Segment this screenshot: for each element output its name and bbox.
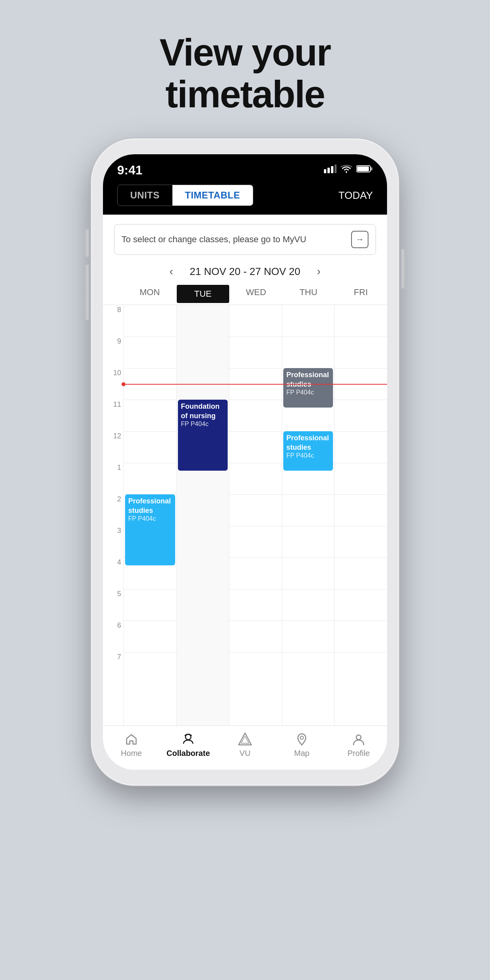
- time-9: 9: [103, 337, 123, 368]
- svg-rect-3: [335, 165, 337, 173]
- day-thu: THU: [282, 283, 335, 305]
- day-col-fri: [334, 305, 387, 726]
- nav-item-vu[interactable]: VU: [217, 732, 273, 758]
- nav-label-collaborate: Collaborate: [166, 749, 210, 758]
- home-icon: [124, 732, 138, 746]
- time-4: 4: [103, 557, 123, 589]
- prev-week-button[interactable]: ‹: [165, 263, 178, 280]
- info-banner-icon[interactable]: →: [351, 231, 368, 248]
- day-tue: TUE: [177, 285, 229, 303]
- phone-screen: 9:41: [103, 154, 387, 770]
- svg-point-10: [300, 736, 303, 739]
- info-banner: To select or change classes, please go t…: [114, 224, 376, 255]
- time-column: 8 9 10 11 12 1 2 3 4 5 6 7: [103, 305, 123, 726]
- time-10: 10: [103, 368, 123, 400]
- next-week-button[interactable]: ›: [312, 263, 325, 280]
- calendar-header: MON TUE WED THU FRI: [103, 283, 387, 305]
- header-nav: UNITS TIMETABLE TODAY: [103, 178, 387, 215]
- nav-label-map: Map: [294, 749, 310, 758]
- signal-icon: [324, 165, 337, 173]
- nav-item-collaborate[interactable]: Collaborate: [160, 732, 217, 758]
- day-fri: FRI: [335, 283, 387, 305]
- nav-item-home[interactable]: Home: [103, 732, 160, 758]
- event-foundation-nursing-tue[interactable]: Foundation of nursing FP P404c: [178, 400, 228, 471]
- nav-label-home: Home: [121, 749, 142, 758]
- bottom-nav: Home Collaborate VU: [103, 726, 387, 770]
- calendar-body: 8 9 10 11 12 1 2 3 4 5 6 7: [103, 305, 387, 726]
- nav-label-profile: Profile: [348, 749, 370, 758]
- time-7: 7: [103, 652, 123, 684]
- time-6: 6: [103, 621, 123, 652]
- day-wed: WED: [230, 283, 282, 305]
- day-col-thu: Professional studies FP P404c Profession…: [282, 305, 335, 726]
- time-8: 8: [103, 305, 123, 337]
- hero-title: View your timetable: [159, 32, 331, 115]
- collaborate-icon: [181, 732, 195, 746]
- time-2: 2: [103, 494, 123, 526]
- today-button[interactable]: TODAY: [327, 189, 373, 202]
- nav-item-profile[interactable]: Profile: [330, 732, 387, 758]
- map-icon: [295, 732, 309, 746]
- notch: [202, 154, 288, 174]
- info-banner-text: To select or change classes, please go t…: [122, 234, 351, 245]
- nav-label-vu: VU: [239, 749, 251, 758]
- profile-icon: [352, 732, 366, 746]
- tab-group: UNITS TIMETABLE: [117, 185, 253, 206]
- day-col-mon: Professional studies FP P404c: [123, 305, 176, 726]
- status-time: 9:41: [117, 161, 142, 178]
- svg-rect-1: [327, 168, 330, 173]
- week-nav: ‹ 21 NOV 20 - 27 NOV 20 ›: [103, 259, 387, 283]
- time-11: 11: [103, 400, 123, 431]
- status-icons: [324, 161, 373, 173]
- svg-rect-6: [357, 166, 369, 171]
- time-col-spacer: [103, 283, 123, 305]
- svg-rect-5: [371, 167, 372, 170]
- event-professional-studies-thu-1[interactable]: Professional studies FP P404c: [283, 368, 333, 408]
- current-time-line: [123, 384, 387, 385]
- week-range: 21 NOV 20 - 27 NOV 20: [190, 266, 300, 278]
- day-col-wed: [229, 305, 282, 726]
- vu-icon: [238, 732, 252, 746]
- time-5: 5: [103, 589, 123, 621]
- time-1: 1: [103, 463, 123, 494]
- battery-icon: [356, 165, 373, 173]
- svg-point-11: [356, 735, 361, 740]
- nav-item-map[interactable]: Map: [273, 732, 330, 758]
- day-col-tue: Foundation of nursing FP P404c: [176, 305, 229, 726]
- tab-timetable-button[interactable]: TIMETABLE: [172, 185, 253, 206]
- wifi-icon: [340, 165, 352, 173]
- svg-rect-2: [331, 166, 333, 173]
- calendar-container: MON TUE WED THU FRI 8 9 10 11 12 1 2 3: [103, 283, 387, 726]
- event-professional-studies-mon[interactable]: Professional studies FP P404c: [125, 494, 175, 565]
- tab-units-button[interactable]: UNITS: [118, 185, 172, 206]
- time-3: 3: [103, 526, 123, 557]
- phone-shell: 9:41: [91, 138, 399, 785]
- day-mon: MON: [123, 283, 176, 305]
- event-professional-studies-thu-2[interactable]: Professional studies FP P404c: [283, 431, 333, 471]
- time-12: 12: [103, 431, 123, 463]
- svg-rect-0: [324, 169, 326, 173]
- days-grid: Professional studies FP P404c Foundation…: [123, 305, 387, 726]
